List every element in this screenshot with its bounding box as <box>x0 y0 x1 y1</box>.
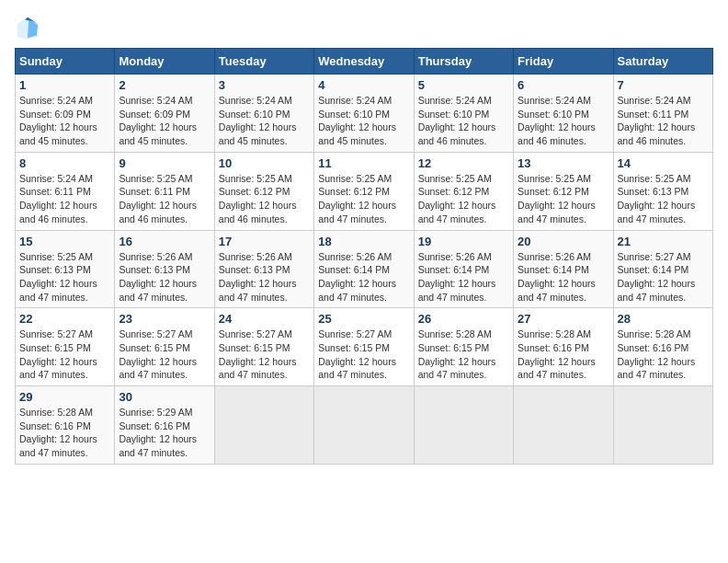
day-cell-6: 6Sunrise: 5:24 AMSunset: 6:10 PMDaylight… <box>514 75 613 153</box>
calendar-week-row-4: 29Sunrise: 5:28 AMSunset: 6:16 PMDayligh… <box>16 386 713 465</box>
calendar-week-row-3: 22Sunrise: 5:27 AMSunset: 6:15 PMDayligh… <box>16 308 713 386</box>
day-cell-28: 28Sunrise: 5:28 AMSunset: 6:16 PMDayligh… <box>613 308 712 386</box>
day-cell-10: 10Sunrise: 5:25 AMSunset: 6:12 PMDayligh… <box>214 152 313 230</box>
day-cell-14: 14Sunrise: 5:25 AMSunset: 6:13 PMDayligh… <box>613 152 712 230</box>
day-info: Sunrise: 5:24 AMSunset: 6:11 PMDaylight:… <box>618 94 709 148</box>
day-info: Sunrise: 5:28 AMSunset: 6:16 PMDaylight:… <box>618 327 709 382</box>
calendar-table: SundayMondayTuesdayWednesdayThursdayFrid… <box>15 48 713 465</box>
day-number: 10 <box>219 156 310 170</box>
day-cell-20: 20Sunrise: 5:26 AMSunset: 6:14 PMDayligh… <box>514 230 613 308</box>
day-cell-27: 27Sunrise: 5:28 AMSunset: 6:16 PMDayligh… <box>514 308 613 386</box>
day-number: 15 <box>19 235 110 248</box>
day-info: Sunrise: 5:25 AMSunset: 6:12 PMDaylight:… <box>418 172 509 226</box>
empty-cell <box>314 386 414 465</box>
page-header <box>15 15 713 40</box>
day-number: 6 <box>518 78 609 92</box>
day-info: Sunrise: 5:28 AMSunset: 6:16 PMDaylight:… <box>518 327 609 382</box>
day-cell-2: 2Sunrise: 5:24 AMSunset: 6:09 PMDaylight… <box>115 75 214 153</box>
header-monday: Monday <box>115 49 214 75</box>
logo-icon <box>15 15 40 40</box>
day-info: Sunrise: 5:28 AMSunset: 6:16 PMDaylight:… <box>19 406 110 460</box>
day-number: 25 <box>318 312 409 326</box>
day-cell-8: 8Sunrise: 5:24 AMSunset: 6:11 PMDaylight… <box>16 152 115 230</box>
day-cell-18: 18Sunrise: 5:26 AMSunset: 6:14 PMDayligh… <box>314 230 414 308</box>
day-cell-12: 12Sunrise: 5:25 AMSunset: 6:12 PMDayligh… <box>414 152 513 230</box>
day-info: Sunrise: 5:27 AMSunset: 6:15 PMDaylight:… <box>19 327 110 382</box>
day-info: Sunrise: 5:26 AMSunset: 6:14 PMDaylight:… <box>518 250 609 304</box>
day-cell-26: 26Sunrise: 5:28 AMSunset: 6:15 PMDayligh… <box>414 308 513 386</box>
day-cell-25: 25Sunrise: 5:27 AMSunset: 6:15 PMDayligh… <box>314 308 414 386</box>
day-number: 1 <box>19 78 110 92</box>
header-thursday: Thursday <box>414 49 513 75</box>
day-cell-19: 19Sunrise: 5:26 AMSunset: 6:14 PMDayligh… <box>414 230 513 308</box>
day-info: Sunrise: 5:24 AMSunset: 6:10 PMDaylight:… <box>518 94 609 148</box>
header-tuesday: Tuesday <box>214 49 313 75</box>
day-info: Sunrise: 5:24 AMSunset: 6:10 PMDaylight:… <box>318 94 409 148</box>
day-number: 4 <box>318 78 409 92</box>
empty-cell <box>214 386 313 465</box>
calendar-week-row-2: 15Sunrise: 5:25 AMSunset: 6:13 PMDayligh… <box>16 230 713 308</box>
empty-cell <box>414 386 513 465</box>
logo <box>15 15 44 40</box>
day-cell-23: 23Sunrise: 5:27 AMSunset: 6:15 PMDayligh… <box>115 308 214 386</box>
day-info: Sunrise: 5:24 AMSunset: 6:10 PMDaylight:… <box>219 94 310 148</box>
day-number: 27 <box>518 312 609 326</box>
day-info: Sunrise: 5:26 AMSunset: 6:14 PMDaylight:… <box>318 250 409 304</box>
day-number: 9 <box>119 156 210 170</box>
day-info: Sunrise: 5:27 AMSunset: 6:15 PMDaylight:… <box>219 327 310 382</box>
day-number: 16 <box>119 235 210 248</box>
day-number: 20 <box>518 235 609 248</box>
day-cell-5: 5Sunrise: 5:24 AMSunset: 6:10 PMDaylight… <box>414 75 513 153</box>
day-info: Sunrise: 5:25 AMSunset: 6:12 PMDaylight:… <box>318 172 409 226</box>
day-info: Sunrise: 5:25 AMSunset: 6:12 PMDaylight:… <box>518 172 609 226</box>
day-cell-3: 3Sunrise: 5:24 AMSunset: 6:10 PMDaylight… <box>214 75 313 153</box>
day-cell-21: 21Sunrise: 5:27 AMSunset: 6:14 PMDayligh… <box>613 230 712 308</box>
day-info: Sunrise: 5:24 AMSunset: 6:09 PMDaylight:… <box>19 94 110 148</box>
day-info: Sunrise: 5:25 AMSunset: 6:13 PMDaylight:… <box>618 172 709 226</box>
day-cell-30: 30Sunrise: 5:29 AMSunset: 6:16 PMDayligh… <box>115 386 214 465</box>
day-info: Sunrise: 5:27 AMSunset: 6:14 PMDaylight:… <box>618 250 709 304</box>
day-number: 12 <box>418 156 509 170</box>
day-number: 24 <box>219 312 310 326</box>
day-number: 29 <box>19 390 110 404</box>
day-info: Sunrise: 5:26 AMSunset: 6:14 PMDaylight:… <box>418 250 509 304</box>
day-number: 7 <box>618 78 709 92</box>
header-sunday: Sunday <box>16 49 115 75</box>
day-number: 2 <box>119 78 210 92</box>
header-wednesday: Wednesday <box>314 49 414 75</box>
day-cell-4: 4Sunrise: 5:24 AMSunset: 6:10 PMDaylight… <box>314 75 414 153</box>
calendar-week-row-0: 1Sunrise: 5:24 AMSunset: 6:09 PMDaylight… <box>16 75 713 153</box>
day-info: Sunrise: 5:29 AMSunset: 6:16 PMDaylight:… <box>119 406 210 460</box>
day-cell-9: 9Sunrise: 5:25 AMSunset: 6:11 PMDaylight… <box>115 152 214 230</box>
day-number: 14 <box>618 156 709 170</box>
day-cell-16: 16Sunrise: 5:26 AMSunset: 6:13 PMDayligh… <box>115 230 214 308</box>
day-info: Sunrise: 5:26 AMSunset: 6:13 PMDaylight:… <box>219 250 310 304</box>
day-info: Sunrise: 5:24 AMSunset: 6:10 PMDaylight:… <box>418 94 509 148</box>
day-cell-11: 11Sunrise: 5:25 AMSunset: 6:12 PMDayligh… <box>314 152 414 230</box>
header-friday: Friday <box>514 49 613 75</box>
svg-marker-1 <box>28 18 38 38</box>
day-number: 8 <box>19 156 110 170</box>
day-cell-15: 15Sunrise: 5:25 AMSunset: 6:13 PMDayligh… <box>16 230 115 308</box>
day-number: 11 <box>318 156 409 170</box>
day-info: Sunrise: 5:25 AMSunset: 6:11 PMDaylight:… <box>119 172 210 226</box>
day-info: Sunrise: 5:25 AMSunset: 6:12 PMDaylight:… <box>219 172 310 226</box>
day-info: Sunrise: 5:28 AMSunset: 6:15 PMDaylight:… <box>418 327 509 382</box>
header-saturday: Saturday <box>613 49 712 75</box>
day-info: Sunrise: 5:24 AMSunset: 6:11 PMDaylight:… <box>19 172 110 226</box>
day-cell-29: 29Sunrise: 5:28 AMSunset: 6:16 PMDayligh… <box>16 386 115 465</box>
day-number: 21 <box>618 235 709 248</box>
day-number: 13 <box>518 156 609 170</box>
day-number: 23 <box>119 312 210 326</box>
day-number: 19 <box>418 235 509 248</box>
day-cell-17: 17Sunrise: 5:26 AMSunset: 6:13 PMDayligh… <box>214 230 313 308</box>
day-cell-24: 24Sunrise: 5:27 AMSunset: 6:15 PMDayligh… <box>214 308 313 386</box>
empty-cell <box>514 386 613 465</box>
day-number: 18 <box>318 235 409 248</box>
calendar-week-row-1: 8Sunrise: 5:24 AMSunset: 6:11 PMDaylight… <box>16 152 713 230</box>
day-cell-7: 7Sunrise: 5:24 AMSunset: 6:11 PMDaylight… <box>613 75 712 153</box>
day-cell-1: 1Sunrise: 5:24 AMSunset: 6:09 PMDaylight… <box>16 75 115 153</box>
day-info: Sunrise: 5:27 AMSunset: 6:15 PMDaylight:… <box>119 327 210 382</box>
calendar-header-row: SundayMondayTuesdayWednesdayThursdayFrid… <box>16 49 713 75</box>
day-info: Sunrise: 5:25 AMSunset: 6:13 PMDaylight:… <box>19 250 110 304</box>
